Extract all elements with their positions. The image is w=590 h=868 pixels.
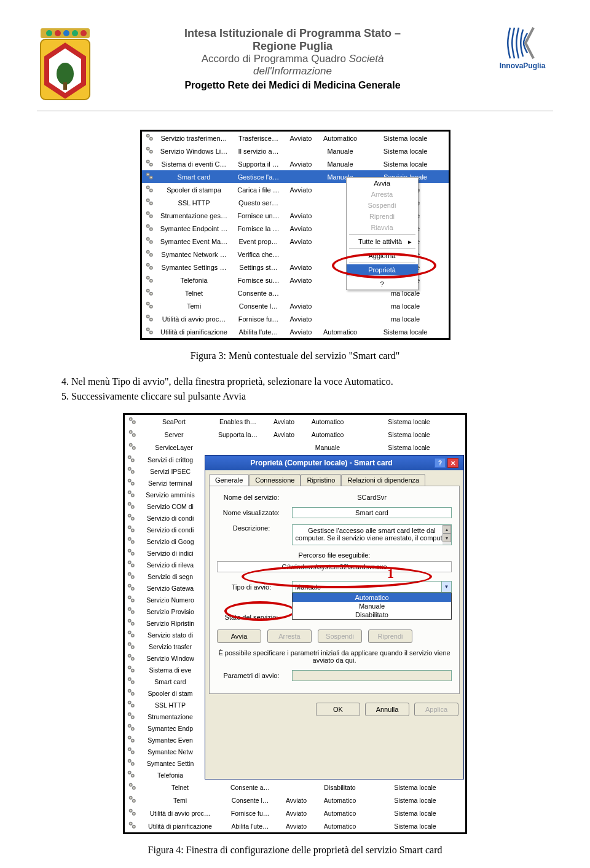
service-row[interactable]: Symantec Endp (125, 722, 205, 734)
svg-point-107 (129, 515, 130, 516)
service-row[interactable]: Servizio di indici (125, 547, 205, 559)
ctx-arresta[interactable]: Arresta (347, 189, 418, 200)
svg-point-205 (133, 800, 135, 802)
service-row[interactable]: SSL HTTP (125, 699, 205, 711)
close-button-icon[interactable]: ✕ (447, 458, 458, 468)
svg-point-95 (129, 480, 130, 481)
svg-point-29 (150, 190, 151, 191)
startup-type-select[interactable]: Manuale ▼ Automatico Manuale Disabilitat… (292, 581, 452, 593)
service-row[interactable]: Servizio trasferimen…Trasferisce…Avviato… (142, 132, 449, 144)
figure-3: Servizio trasferimen…Trasferisce…Avviato… (37, 130, 553, 361)
svg-point-211 (130, 823, 132, 824)
gear-icon (127, 525, 135, 533)
service-row[interactable]: Servizio Provisio (125, 606, 205, 617)
service-row[interactable]: Servizio COM di (125, 500, 205, 512)
gear-icon (127, 630, 135, 638)
service-row[interactable]: Utilità di pianificazioneAbilita l'ute…A… (125, 819, 465, 832)
service-row[interactable]: Symantec Settin (125, 757, 205, 769)
annulla-button[interactable]: Annulla (365, 703, 409, 716)
service-row[interactable]: Servizio Ripristin (125, 617, 205, 629)
ctx-proprieta[interactable]: Proprietà (347, 264, 418, 275)
service-row[interactable]: Utilità di pianificazioneAbilita l'ute…A… (142, 325, 449, 338)
service-row[interactable]: Symantec Even (125, 734, 205, 746)
service-row[interactable]: Telefonia (125, 769, 205, 781)
svg-point-121 (132, 553, 133, 554)
service-row[interactable]: Spooler di stam (125, 687, 205, 699)
ctx-riavvia[interactable]: Riavvia (347, 222, 418, 233)
help-button-icon[interactable]: ? (435, 458, 446, 468)
svg-point-115 (129, 539, 130, 540)
service-row[interactable]: Servizio di condi (125, 524, 205, 535)
tab-relazioni[interactable]: Relazioni di dipendenza (341, 474, 425, 486)
service-row[interactable]: Servizio di segn (125, 570, 205, 582)
arresta-button[interactable]: Arresta (267, 629, 312, 643)
svg-point-111 (129, 527, 130, 528)
svg-point-101 (132, 495, 133, 496)
scroll-up-icon[interactable]: ▴ (442, 525, 451, 534)
svg-point-161 (132, 670, 133, 671)
svg-point-201 (133, 787, 135, 789)
service-row[interactable]: SeaPortEnables th…AvviatoAutomaticoSiste… (125, 415, 465, 428)
service-row[interactable]: Servizio amminis (125, 489, 205, 500)
ctx-tutte[interactable]: Tutte le attività ▸ (347, 236, 418, 247)
riprendi-button[interactable]: Riprendi (368, 629, 412, 643)
scrollbar[interactable]: ▴ ▾ (442, 525, 451, 545)
service-row[interactable]: Servizio trasfer (125, 641, 205, 652)
service-row[interactable]: TelnetConsente a…DisabilitatoSistema loc… (125, 781, 465, 794)
applica-button[interactable]: Applica (414, 703, 458, 716)
service-row[interactable]: Servizi di crittog (125, 454, 205, 465)
ctx-help[interactable]: ? (347, 278, 418, 290)
service-row[interactable]: Symantec Netw (125, 746, 205, 757)
service-row[interactable]: TemiConsente l…AvviatoAutomaticoSistema … (125, 794, 465, 807)
service-row[interactable]: Servizio Gatewa (125, 582, 205, 594)
service-row[interactable]: Servizio Windows Li…Il servizio a…Manual… (142, 144, 449, 157)
service-row[interactable]: Servizio Window (125, 652, 205, 664)
service-row[interactable]: ServiceLayerManualeSistema locale (125, 441, 465, 454)
service-row[interactable]: Sistema di eve (125, 664, 205, 676)
service-row[interactable]: Servizio di rileva (125, 559, 205, 570)
service-row[interactable]: Smart card (125, 676, 205, 687)
service-row[interactable]: Servizio di condi (125, 512, 205, 524)
service-row[interactable]: Utilità di avvio proc…Fornisce fu…Avviat… (142, 312, 449, 325)
service-row[interactable]: Sistema di eventi C…Supporta il …Avviato… (142, 157, 449, 170)
opt-manuale[interactable]: Manuale (293, 602, 451, 610)
service-row[interactable]: Servizi terminal (125, 477, 205, 489)
svg-point-167 (129, 690, 130, 692)
startup-params-input[interactable] (292, 670, 452, 681)
step-5: 5. Successivamente cliccare sul pulsante… (37, 391, 553, 402)
scroll-down-icon[interactable]: ▾ (442, 534, 451, 542)
gear-icon (127, 688, 135, 696)
gear-icon (127, 478, 135, 486)
service-row[interactable]: Utilità di avvio proc…Fornisce fu…Avviat… (125, 807, 465, 819)
ctx-sospendi[interactable]: Sospendi (347, 200, 418, 211)
svg-point-13 (150, 138, 151, 140)
service-row[interactable]: TemiConsente l…Avviatoma locale (142, 299, 449, 312)
gear-icon (127, 724, 135, 732)
sospendi-button[interactable]: Sospendi (318, 629, 362, 643)
service-row[interactable]: Strumentazione (125, 711, 205, 722)
svg-point-187 (129, 749, 130, 750)
opt-disabilitato[interactable]: Disabilitato (293, 610, 451, 619)
service-row[interactable]: Servizio di Goog (125, 535, 205, 547)
display-name-input[interactable]: Smart card (292, 507, 452, 518)
chevron-down-icon[interactable]: ▼ (441, 582, 451, 592)
tab-ripristino[interactable]: Ripristino (301, 474, 341, 486)
service-row[interactable]: ServerSupporta la…AvviatoAutomaticoSiste… (125, 428, 465, 441)
display-name-label: Nome visualizzato: (217, 509, 286, 516)
context-menu: Avvia Arresta Sospendi Riprendi Riavvia … (346, 177, 419, 290)
gear-icon (127, 677, 135, 685)
ctx-riprendi[interactable]: Riprendi (347, 211, 418, 222)
tab-generale[interactable]: Generale (209, 474, 249, 486)
gear-icon (146, 288, 154, 296)
tab-connessione[interactable]: Connessione (249, 474, 301, 486)
opt-automatico[interactable]: Automatico (293, 593, 451, 602)
service-row[interactable]: Servizi IPSEC (125, 465, 205, 477)
svg-point-89 (132, 460, 133, 461)
ctx-avvia[interactable]: Avvia (347, 178, 418, 189)
service-row[interactable]: Servizio stato di (125, 629, 205, 641)
service-row[interactable]: Servizio Numero (125, 594, 205, 606)
ok-button[interactable]: OK (316, 703, 360, 716)
ctx-aggiorna[interactable]: Aggiorna (347, 250, 418, 261)
avvia-button[interactable]: Avvia (217, 629, 261, 643)
description-textarea[interactable]: Gestisce l'accesso alle smart card lette… (292, 524, 452, 545)
